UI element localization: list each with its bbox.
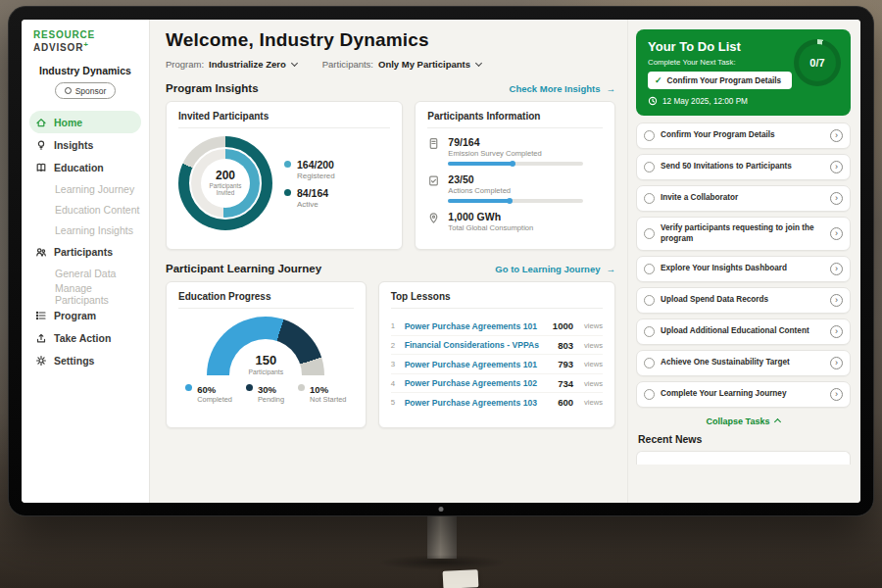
collapse-tasks-link[interactable]: Collapse Tasks — [636, 416, 851, 426]
chevron-up-icon — [774, 418, 781, 425]
chevron-right-icon[interactable] — [830, 263, 843, 275]
learning-journey-title: Participant Learning Journey — [166, 263, 321, 274]
nav-label: Learning Insights — [55, 224, 133, 236]
sidebar-item-program[interactable]: Program — [22, 304, 149, 326]
task-row[interactable]: Achieve One Sustainability Target — [636, 350, 851, 376]
desk-object — [443, 569, 479, 588]
todo-header-card: Your To Do List 0/7 Complete Your Next T… — [636, 29, 851, 116]
sponsor-badge-label: Sponsor — [75, 86, 107, 96]
lesson-row: 1 Power Purchase Agreements 101 1000view… — [391, 317, 603, 336]
nav-label: Home — [54, 117, 82, 128]
checkbox-circle-icon[interactable] — [644, 389, 655, 400]
checkbox-circle-icon[interactable] — [644, 264, 655, 274]
chevron-down-icon — [291, 60, 298, 67]
task-row[interactable]: Upload Additional Educational Content — [636, 318, 851, 345]
task-row[interactable]: Confirm Your Program Details — [636, 122, 851, 149]
brand-logo: RESOURCE ADVISOR+ — [22, 29, 149, 53]
sidebar-item-insights[interactable]: Insights — [22, 133, 149, 156]
participants-information-card: Participants Information 79/164 Emission… — [415, 101, 615, 250]
people-icon — [35, 246, 47, 258]
actions-completed-row: 23/50 Actions Completed — [427, 173, 603, 203]
checkbox-circle-icon[interactable] — [644, 326, 655, 337]
task-row[interactable]: Invite a Collaborator — [636, 185, 851, 212]
nav-label: Participants — [54, 246, 113, 258]
gauge-center-value: 150 — [207, 354, 324, 368]
brand-primary: RESOURCE — [33, 29, 95, 40]
task-row[interactable]: Complete Your Learning Journey — [636, 381, 851, 408]
chevron-right-icon[interactable] — [830, 227, 843, 240]
recent-news-title: Recent News — [636, 433, 851, 445]
chevron-down-icon — [475, 60, 482, 67]
checkbox-circle-icon[interactable] — [644, 193, 655, 204]
task-row[interactable]: Send 50 Invitations to Participants — [636, 154, 851, 180]
lesson-row: 5 Power Purchase Agreements 103 600views — [391, 393, 603, 412]
sidebar-item-learning-journey[interactable]: Learning Journey — [22, 178, 149, 199]
chevron-right-icon[interactable] — [830, 357, 843, 369]
task-row[interactable]: Verify participants requesting to join t… — [636, 217, 851, 251]
checkbox-circle-icon[interactable] — [644, 162, 655, 172]
monitor-bezel: RESOURCE ADVISOR+ Industry Dynamics Spon… — [8, 6, 874, 516]
action-arrow-icon — [35, 332, 47, 344]
page-title: Welcome, Industry Dynamics — [166, 29, 615, 51]
go-to-learning-journey-link[interactable]: Go to Learning Journey — [495, 264, 615, 274]
lesson-link[interactable]: Financial Considerations - VPPAs — [405, 340, 551, 350]
main-content: Welcome, Industry Dynamics Program: Indu… — [150, 20, 627, 503]
sidebar-item-education[interactable]: Education — [22, 156, 149, 178]
donut-center-value: 200 — [216, 170, 235, 182]
next-task-pill[interactable]: ✓ Confirm Your Program Details — [648, 72, 792, 89]
chevron-right-icon[interactable] — [830, 325, 843, 338]
sidebar-nav: Home Insights Education Learning Journey… — [22, 111, 149, 371]
invited-legend: 164/200 Registered 84/164 Active — [284, 152, 335, 216]
checkbox-circle-icon[interactable] — [644, 358, 655, 368]
dashboard-screen: RESOURCE ADVISOR+ Industry Dynamics Spon… — [22, 20, 860, 503]
sidebar-item-participants[interactable]: Participants — [22, 240, 149, 263]
progress-bar — [448, 199, 583, 203]
chevron-right-icon[interactable] — [830, 294, 843, 307]
checkbox-circle-icon[interactable] — [644, 295, 655, 306]
sidebar-item-general-data[interactable]: General Data — [22, 263, 149, 283]
task-row[interactable]: Explore Your Insights Dashboard — [636, 256, 851, 282]
checkbox-circle-icon[interactable] — [644, 228, 655, 239]
education-progress-card: Education Progress 150 Participants — [166, 281, 367, 428]
lesson-link[interactable]: Power Purchase Agreements 101 — [405, 360, 551, 369]
sidebar-item-manage-participants[interactable]: Manage Participants — [22, 283, 149, 304]
sidebar-item-take-action[interactable]: Take Action — [22, 326, 149, 349]
participants-label: Participants: — [322, 59, 373, 70]
todo-subtitle: Complete Your Next Task: — [648, 58, 839, 67]
lesson-link[interactable]: Power Purchase Agreements 101 — [405, 321, 545, 331]
participants-dropdown[interactable]: Participants: Only My Participants — [322, 59, 481, 70]
legend-dot — [246, 384, 253, 391]
card-title: Participants Information — [427, 111, 603, 128]
card-title: Education Progress — [178, 291, 354, 309]
sidebar-item-settings[interactable]: Settings — [22, 349, 149, 371]
next-task-label: Confirm Your Program Details — [667, 76, 782, 85]
nav-label: Education — [54, 162, 104, 173]
card-title: Top Lessons — [391, 291, 603, 309]
legend-active: 84/164 Active — [284, 187, 335, 209]
checkbox-circle-icon[interactable] — [644, 130, 655, 141]
task-row[interactable]: Upload Spend Data Records — [636, 287, 851, 314]
participants-value: Only My Participants — [378, 59, 470, 70]
card-title: Invited Participants — [178, 111, 390, 128]
sidebar-item-learning-insights[interactable]: Learning Insights — [22, 220, 149, 240]
invited-participants-card: Invited Participants 200 Participants In… — [166, 101, 403, 250]
program-dropdown[interactable]: Program: Industrialize Zero — [166, 59, 297, 70]
top-lessons-card: Top Lessons 1 Power Purchase Agreements … — [378, 281, 615, 428]
chevron-right-icon[interactable] — [830, 388, 843, 401]
lesson-row: 3 Power Purchase Agreements 101 793views — [391, 355, 603, 374]
lesson-link[interactable]: Power Purchase Agreements 102 — [405, 378, 551, 388]
brand-plus: + — [83, 40, 88, 49]
chevron-right-icon[interactable] — [830, 192, 843, 205]
due-date: 12 May 2025, 12:00 PM — [662, 97, 748, 106]
legend-completed: 60% Completed — [185, 384, 232, 404]
sidebar-item-education-content[interactable]: Education Content — [22, 199, 149, 220]
nav-label: Settings — [54, 355, 94, 367]
sidebar-item-home[interactable]: Home — [29, 111, 141, 133]
chevron-right-icon[interactable] — [830, 161, 843, 173]
lesson-link[interactable]: Power Purchase Agreements 103 — [405, 398, 551, 408]
chevron-right-icon[interactable] — [830, 129, 843, 142]
check-more-insights-link[interactable]: Check More Insights — [510, 83, 615, 94]
monitor-stand — [427, 514, 457, 559]
sidebar: RESOURCE ADVISOR+ Industry Dynamics Spon… — [22, 20, 150, 503]
recent-news-card — [636, 451, 851, 465]
